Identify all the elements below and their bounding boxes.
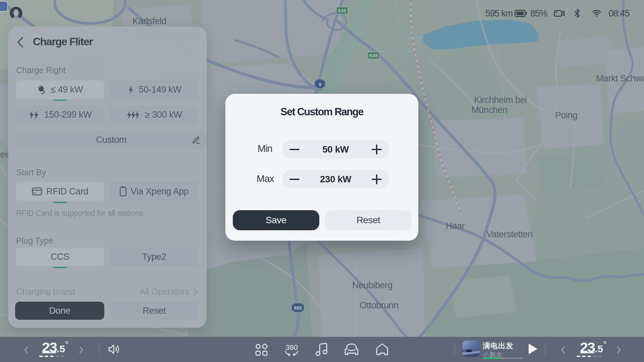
svg-text:360: 360 <box>285 343 298 352</box>
